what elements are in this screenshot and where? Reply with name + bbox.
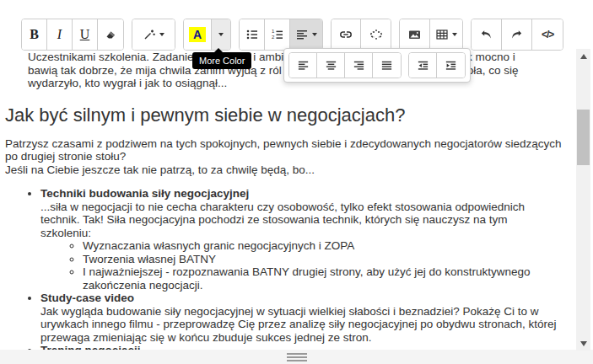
sub-list-line: I najważniejszej - rozpoznawania BATNY d… bbox=[83, 265, 570, 279]
undo-icon bbox=[479, 28, 493, 41]
image-icon bbox=[407, 28, 422, 41]
color-A-label: A bbox=[189, 27, 206, 42]
codeview-label: </> bbox=[542, 29, 553, 40]
align-group bbox=[288, 52, 402, 78]
sub-list-item: I najważniejszej - rozpoznawania BATNY d… bbox=[83, 265, 570, 292]
editor-content[interactable]: Uczestnikami szkolenia. Zadanie jest tru… bbox=[0, 51, 570, 364]
scroll-thumb[interactable] bbox=[577, 110, 590, 165]
sub-list: Wyznaczania własnych granic negocjacyjny… bbox=[40, 239, 570, 292]
align-left-icon bbox=[295, 28, 309, 41]
sub-list-line: Wyznaczania własnych granic negocjacyjny… bbox=[83, 239, 570, 253]
editor-toolbar: B I U A bbox=[21, 19, 563, 51]
svg-text:2: 2 bbox=[272, 35, 275, 40]
redo-icon bbox=[509, 28, 524, 41]
list-item-title: Techniki budowania siły negocjacyjnej bbox=[40, 187, 570, 201]
redo-button[interactable] bbox=[502, 19, 532, 50]
link-icon bbox=[338, 28, 353, 41]
bold-label: B bbox=[30, 27, 39, 42]
scrollbar-track[interactable] bbox=[576, 49, 590, 351]
align-right-button[interactable] bbox=[345, 53, 373, 78]
more-color-button[interactable] bbox=[212, 19, 230, 50]
indent-icon bbox=[445, 59, 457, 72]
paragraph-dropdown bbox=[283, 48, 471, 83]
align-justify-icon bbox=[380, 59, 393, 72]
scroll-down-button[interactable] bbox=[576, 336, 590, 351]
clear-format-button[interactable] bbox=[98, 19, 123, 50]
paragraph-line: Patrzysz czasami z podziwem na tych spok… bbox=[5, 137, 570, 151]
outdent-icon bbox=[417, 59, 429, 72]
style-dropdown-button[interactable] bbox=[132, 19, 175, 50]
link-group bbox=[331, 19, 391, 51]
sub-list-item: Tworzenia własnej BATNY bbox=[83, 253, 570, 266]
paragraph-line: Jeśli na Ciebie jeszcze tak nie patrzą, … bbox=[5, 163, 570, 177]
align-justify-button[interactable] bbox=[373, 53, 401, 78]
paragraph-lead: Patrzysz czasami z podziwem na tych spok… bbox=[5, 137, 570, 177]
paragraph-group: 1 2 bbox=[239, 19, 323, 51]
unordered-list-button[interactable] bbox=[240, 19, 265, 50]
sub-list-item: Wyznaczania własnych granic negocjacyjny… bbox=[83, 239, 570, 253]
ordered-list-icon: 1 2 bbox=[271, 28, 284, 41]
list-item-line: urywkach innego filmu - przeprowadzę Cię… bbox=[40, 318, 570, 331]
arrow-up-icon bbox=[580, 54, 587, 59]
chevron-down-icon bbox=[312, 33, 317, 36]
tooltip-more-color: More Color bbox=[192, 52, 251, 69]
list-item-title: Study-case video bbox=[40, 292, 570, 305]
tooltip-arrow bbox=[214, 48, 223, 52]
ordered-list-button[interactable]: 1 2 bbox=[265, 19, 290, 50]
indent-button[interactable] bbox=[437, 53, 465, 78]
editor-resize-handle[interactable] bbox=[0, 350, 593, 364]
outdent-button[interactable] bbox=[409, 53, 437, 78]
table-button[interactable] bbox=[430, 19, 462, 50]
resize-grip-icon bbox=[287, 353, 307, 355]
align-right-icon bbox=[353, 59, 365, 72]
list-item-line: szkoleniu: bbox=[40, 227, 570, 240]
list-item-line: technik. Tak! Siła negocjacyjna pochodzi… bbox=[40, 213, 570, 227]
insert-group bbox=[399, 19, 463, 51]
font-color-button[interactable]: A bbox=[184, 19, 212, 50]
paragraph-button[interactable] bbox=[290, 19, 322, 50]
resize-grip-icon bbox=[287, 360, 307, 361]
undo-button[interactable] bbox=[472, 19, 502, 50]
color-group: A bbox=[183, 19, 231, 51]
feature-list: Techniki budowania siły negocjacyjnej ..… bbox=[0, 187, 570, 364]
align-center-icon bbox=[325, 59, 337, 72]
unlink-button[interactable] bbox=[361, 19, 391, 50]
unordered-list-icon bbox=[245, 28, 259, 41]
list-item: Study-case video Jak wygląda budowanie s… bbox=[40, 292, 570, 344]
font-style-group: B I U bbox=[21, 19, 124, 51]
chevron-down-icon bbox=[452, 33, 457, 36]
paragraph-line: po drugiej stronie stołu? bbox=[5, 150, 570, 163]
list-item-line: przewaga zmieniając się w końcu zbuduje … bbox=[40, 331, 570, 345]
align-left-icon bbox=[297, 59, 310, 72]
link-button[interactable] bbox=[332, 19, 361, 50]
chevron-down-icon bbox=[218, 33, 224, 36]
tooltip-text: More Color bbox=[199, 56, 245, 66]
unlink-icon bbox=[369, 28, 384, 41]
list-item-line: ...siła w negocjacji to nie cecha charak… bbox=[40, 201, 570, 214]
style-group bbox=[132, 19, 175, 51]
italic-label: I bbox=[57, 27, 62, 42]
image-button[interactable] bbox=[400, 19, 430, 50]
italic-button[interactable]: I bbox=[47, 19, 73, 50]
arrow-down-icon bbox=[580, 341, 587, 346]
chevron-down-icon bbox=[159, 33, 164, 36]
page-heading: Jak być silnym i pewnym siebie w negocja… bbox=[5, 104, 570, 127]
svg-text:1: 1 bbox=[272, 29, 275, 34]
bold-button[interactable]: B bbox=[22, 19, 47, 50]
scroll-up-button[interactable] bbox=[576, 49, 590, 63]
table-icon bbox=[435, 28, 449, 41]
list-item-line: Jak wygląda budowanie siły negocjacyjnej… bbox=[40, 305, 570, 318]
magic-wand-icon bbox=[143, 28, 156, 41]
sub-list-line: Tworzenia własnej BATNY bbox=[83, 253, 570, 266]
align-left-button[interactable] bbox=[289, 53, 317, 78]
resize-grip-icon bbox=[287, 356, 307, 358]
codeview-button[interactable]: </> bbox=[532, 19, 563, 50]
misc-group: </> bbox=[471, 19, 563, 51]
list-item: Techniki budowania siły negocjacyjnej ..… bbox=[40, 187, 570, 292]
indent-group bbox=[408, 52, 466, 78]
eraser-icon bbox=[104, 28, 117, 41]
underline-label: U bbox=[80, 27, 90, 42]
underline-button[interactable]: U bbox=[73, 19, 98, 50]
align-center-button[interactable] bbox=[317, 53, 345, 78]
sub-list-line: zakończenia negocjacji. bbox=[83, 279, 570, 292]
